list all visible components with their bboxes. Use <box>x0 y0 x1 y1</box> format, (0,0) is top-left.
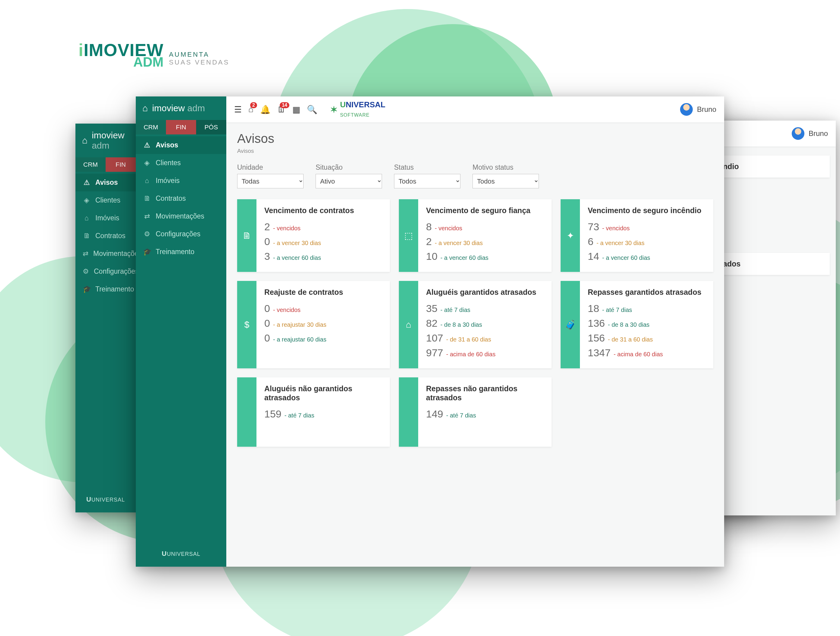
tab-fin[interactable]: FIN <box>166 120 196 134</box>
metric-label: - a vencer 30 dias <box>273 239 321 247</box>
tab-pos[interactable]: PÓS <box>196 120 226 134</box>
tab-crm[interactable]: CRM <box>76 157 106 172</box>
metric-label: - vencidos <box>435 225 462 232</box>
sidebar-item-icon: ⚠ <box>83 178 90 187</box>
metric-label: - acima de 60 dias <box>446 351 496 358</box>
card-metric: 159 - até 7 dias <box>264 408 382 420</box>
sidebar-item-treinamento[interactable]: 🎓Treinamento <box>76 280 136 298</box>
card-metric: 14 - a vencer 60 dias <box>588 250 706 262</box>
metric-number: 136 <box>588 317 605 329</box>
filter-unidade[interactable]: Todas <box>237 174 303 188</box>
metric-number: 6 <box>588 236 594 247</box>
filter-status[interactable]: Todos <box>394 174 460 188</box>
calendar-icon[interactable]: 🗓14 <box>277 105 286 115</box>
sidebar-item-configuracoes[interactable]: ⚙Configurações <box>76 263 136 280</box>
home-icon: ⌂ <box>142 103 148 113</box>
sidebar-item-icon: ◈ <box>143 159 151 167</box>
sidebar-item-label: Avisos <box>95 178 118 187</box>
card-metric: 2 - a vencer 30 dias <box>426 236 544 247</box>
tab-fin[interactable]: FIN <box>106 157 136 172</box>
tab-crm[interactable]: CRM <box>136 120 166 134</box>
dashboard-card[interactable]: 🧳 Repasses garantidos atrasados 18 - até… <box>561 281 713 368</box>
sidebar-item-label: Configurações <box>94 268 139 275</box>
sidebar-item-imoveis[interactable]: ⌂Imóveis <box>136 172 226 190</box>
badge: 14 <box>280 102 289 108</box>
sidebar-item-icon: ⇄ <box>83 250 88 258</box>
metric-number: 2 <box>264 221 270 233</box>
brand-block: iIMOVIEW ADM AUMENTA SUAS VENDAS <box>79 42 229 68</box>
metric-label: - de 31 a 60 dias <box>608 336 653 343</box>
dashboard-card[interactable]: $ Reajuste de contratos 0 - vencidos 0 -… <box>237 281 390 368</box>
filter-situacao[interactable]: Ativo <box>316 174 382 188</box>
dashboard-card[interactable]: Repasses não garantidos atrasados 149 - … <box>399 377 551 447</box>
filter-label: Motivo status <box>472 164 539 172</box>
grid-icon[interactable]: ▦ <box>292 105 300 115</box>
home-icon: ⌂ <box>82 135 87 146</box>
dashboard-card[interactable]: ✦ Vencimento de seguro incêndio 73 - ven… <box>561 199 713 272</box>
sidebar-item-movimentacoes[interactable]: ⇄Movimentações <box>136 207 226 225</box>
metric-number: 8 <box>426 221 432 233</box>
card-metric: 0 - a reajustar 60 dias <box>264 332 382 344</box>
sidebar-item-icon: ⌂ <box>143 176 151 185</box>
sidebar-item-movimentacoes[interactable]: ⇄Movimentações <box>76 245 136 263</box>
dashboard-card[interactable]: ⌂ Aluguéis garantidos atrasados 35 - até… <box>399 281 551 368</box>
sidebar-footer-logo: UUNIVERSAL <box>76 486 136 512</box>
sidebar-item-avisos[interactable]: ⚠Avisos <box>136 136 226 154</box>
sidebar-item-label: Clientes <box>156 159 181 167</box>
user-menu[interactable]: Bruno <box>680 103 716 116</box>
sidebar-title[interactable]: ⌂ imoview adm <box>136 96 226 120</box>
sidebar-item-icon: ⚙ <box>143 230 151 238</box>
sidebar-item-icon: 🗎 <box>83 232 90 240</box>
metric-number: 0 <box>264 236 270 247</box>
company-logo: ✶ UNIVERSALSOFTWARE <box>330 100 385 119</box>
metric-label: - até 7 dias <box>602 307 632 313</box>
card-metric: 8 - vencidos <box>426 221 544 233</box>
search-icon[interactable]: 🔍 <box>307 105 317 115</box>
dashboard-card[interactable]: 🗎 Vencimento de contratos 2 - vencidos 0… <box>237 199 390 272</box>
sidebar-item-icon: 🎓 <box>143 248 151 256</box>
dashboard-card[interactable]: Aluguéis não garantidos atrasados 159 - … <box>237 377 390 447</box>
filter-motivostatus[interactable]: Todos <box>472 174 539 188</box>
card-metric: 35 - até 7 dias <box>426 302 544 314</box>
sidebar-item-imoveis[interactable]: ⌂Imóveis <box>76 209 136 227</box>
card-metric: 2 - vencidos <box>264 221 382 233</box>
user-menu[interactable]: Bruno <box>792 127 828 140</box>
sidebar-item-avisos[interactable]: ⚠Avisos <box>76 174 136 191</box>
metric-label: - a vencer 60 dias <box>441 254 488 261</box>
metric-number: 35 <box>426 302 437 314</box>
metric-number: 73 <box>588 221 599 233</box>
breadcrumb: Avisos <box>237 148 713 154</box>
card-metric: 73 - vencidos <box>588 221 706 233</box>
metric-label: - a reajustar 30 dias <box>273 321 327 328</box>
card-icon <box>399 377 418 447</box>
metric-label: - a vencer 30 dias <box>597 239 644 247</box>
home-icon[interactable]: ⌂2 <box>248 105 253 114</box>
dashboard-card[interactable]: ⬚ Vencimento de seguro fiança 8 - vencid… <box>399 199 551 272</box>
sidebar-item-treinamento[interactable]: 🎓Treinamento <box>136 243 226 261</box>
sidebar-item-contratos[interactable]: 🗎Contratos <box>76 227 136 245</box>
menu-icon[interactable]: ☰ <box>234 105 242 115</box>
metric-label: - de 31 a 60 dias <box>446 336 491 343</box>
card-icon <box>237 377 256 447</box>
sidebar-item-configuracoes[interactable]: ⚙Configurações <box>136 225 226 243</box>
sidebar: ⌂ imoview adm CRM FIN ⚠Avisos◈Clientes⌂I… <box>76 124 136 512</box>
topbar: ☰ ⌂2 🔔 🗓14 ▦ 🔍 ✶ UNIVERSALSOFTWARE Bruno <box>226 96 724 122</box>
bell-icon[interactable]: 🔔 <box>260 105 271 115</box>
sidebar-item-contratos[interactable]: 🗎Contratos <box>136 190 226 207</box>
card-metric: 3 - a vencer 60 dias <box>264 250 382 262</box>
sidebar-item-icon: 🎓 <box>83 285 90 293</box>
sidebar-item-label: Imóveis <box>156 176 180 185</box>
metric-label: - vencidos <box>273 225 300 232</box>
metric-label: - até 7 dias <box>441 307 471 313</box>
metric-number: 977 <box>426 347 443 359</box>
sidebar-item-icon: ⇄ <box>143 212 151 220</box>
metric-label: - a vencer 60 dias <box>273 254 321 261</box>
sidebar-item-clientes[interactable]: ◈Clientes <box>136 154 226 172</box>
sidebar-item-clientes[interactable]: ◈Clientes <box>76 191 136 209</box>
sidebar-item-icon: ◈ <box>83 196 90 205</box>
window-main: ⌂ imoview adm CRM FIN PÓS ⚠Avisos◈Client… <box>136 96 724 567</box>
sidebar-title[interactable]: ⌂ imoview adm <box>76 124 136 157</box>
metric-number: 159 <box>264 408 281 420</box>
card-metric: 18 - até 7 dias <box>588 302 706 314</box>
sidebar-item-label: Avisos <box>156 141 178 149</box>
